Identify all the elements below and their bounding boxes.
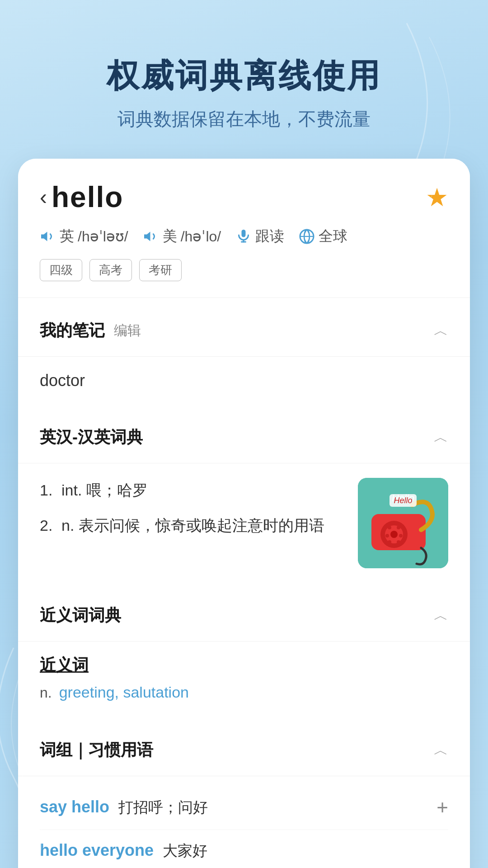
- notes-title-row: 我的笔记 编辑: [40, 320, 141, 342]
- synonym-collapse-icon[interactable]: ︿: [434, 606, 448, 626]
- synonym-title: 近义词词典: [40, 604, 121, 627]
- definition-section-header[interactable]: 英汉-汉英词典 ︿: [18, 412, 470, 463]
- synonym-pos: n.: [40, 684, 52, 701]
- tag-gaokao: 高考: [89, 259, 132, 281]
- notes-section: 我的笔记 编辑 ︿ doctor: [18, 305, 470, 405]
- definition-section: 英汉-汉英词典 ︿ 1. int. 喂；哈罗 2. n. 表示问候，惊奇或唤起注…: [18, 412, 470, 583]
- def-text-2: n. 表示问候，惊奇或唤起注意时的用语: [61, 513, 324, 538]
- definition-body: 1. int. 喂；哈罗 2. n. 表示问候，惊奇或唤起注意时的用语: [18, 463, 470, 583]
- definition-item-2: 2. n. 表示问候，惊奇或唤起注意时的用语: [40, 513, 347, 538]
- phrase-word-2: hello everyone: [40, 841, 154, 860]
- svg-point-15: [388, 540, 391, 544]
- phrase-left-2: hello everyone 大家好: [40, 841, 207, 861]
- phrase-left-1: say hello 打招呼；问好: [40, 797, 208, 818]
- tag-cet4: 四级: [40, 259, 82, 281]
- notes-edit-button[interactable]: 编辑: [114, 321, 141, 340]
- phrase-word-1: say hello: [40, 797, 109, 816]
- phrase-meaning-1: 打招呼；问好: [118, 797, 208, 818]
- tag-kaoyan: 考研: [139, 259, 182, 281]
- globe-icon: [299, 228, 315, 245]
- pronunciation-row: 英 /həˈləʊ/ 美 /həˈlo/ 跟: [40, 226, 448, 246]
- global-label: 全球: [319, 226, 347, 246]
- favorite-star[interactable]: ★: [426, 183, 448, 212]
- hello-illustration: Hello Hello: [358, 478, 448, 568]
- notes-title: 我的笔记: [40, 320, 105, 342]
- follow-read-button[interactable]: 跟读: [235, 226, 284, 246]
- global-button[interactable]: 全球: [299, 226, 347, 246]
- speaker-uk-icon: [40, 228, 56, 245]
- synonym-row: n. greeting, salutation: [40, 684, 448, 701]
- svg-point-10: [390, 531, 398, 538]
- notes-collapse-icon[interactable]: ︿: [434, 321, 448, 341]
- phrase-body: say hello 打招呼；问好 + hello everyone 大家好: [18, 776, 470, 868]
- phrase-section-header[interactable]: 词组｜习惯用语 ︿: [18, 725, 470, 776]
- phrase-add-1[interactable]: +: [436, 796, 448, 819]
- synonym-group-title: 近义词: [40, 654, 448, 676]
- notes-section-header[interactable]: 我的笔记 编辑 ︿: [18, 305, 470, 357]
- def-num-1: 1.: [40, 478, 61, 502]
- svg-rect-0: [242, 230, 246, 237]
- phrase-section: 词组｜习惯用语 ︿ say hello 打招呼；问好 + hello every…: [18, 725, 470, 868]
- phrase-meaning-2: 大家好: [163, 841, 207, 861]
- phrase-item-1: say hello 打招呼；问好 +: [40, 785, 448, 830]
- hero-subtitle: 词典数据保留在本地，不费流量: [27, 107, 461, 132]
- synonym-section-header[interactable]: 近义词词典 ︿: [18, 590, 470, 642]
- speaker-us-icon: [143, 228, 159, 245]
- dictionary-card: ‹ hello ★ 英 /həˈləʊ/ 美: [18, 159, 470, 868]
- def-text-1: int. 喂；哈罗: [61, 478, 148, 502]
- phrase-collapse-icon[interactable]: ︿: [434, 741, 448, 760]
- us-label: 美: [163, 226, 177, 246]
- us-ipa: /həˈlo/: [181, 228, 221, 245]
- svg-point-12: [397, 526, 400, 529]
- uk-label: 英: [60, 226, 74, 246]
- back-button[interactable]: ‹: [40, 186, 47, 208]
- headword: hello: [52, 180, 123, 214]
- definitions-list: 1. int. 喂；哈罗 2. n. 表示问候，惊奇或唤起注意时的用语: [40, 478, 347, 568]
- synonym-body: 近义词 n. greeting, salutation: [18, 642, 470, 717]
- synonym-words: greeting, salutation: [59, 684, 189, 701]
- svg-point-16: [397, 540, 400, 544]
- follow-read-label: 跟读: [255, 226, 284, 246]
- svg-text:Hello: Hello: [394, 496, 412, 505]
- def-num-2: 2.: [40, 513, 61, 538]
- phrase-item-2: hello everyone 大家好: [40, 830, 448, 868]
- definition-title: 英汉-汉英词典: [40, 426, 143, 448]
- word-header: ‹ hello ★ 英 /həˈləʊ/ 美: [18, 159, 470, 298]
- american-pron[interactable]: 美 /həˈlo/: [143, 226, 221, 246]
- notes-content: doctor: [18, 357, 470, 405]
- uk-ipa: /həˈləʊ/: [78, 228, 128, 245]
- british-pron[interactable]: 英 /həˈləʊ/: [40, 226, 128, 246]
- exam-tags: 四级 高考 考研: [40, 259, 448, 281]
- svg-point-11: [388, 526, 391, 529]
- hero-section: 权威词典离线使用 词典数据保留在本地，不费流量: [0, 0, 488, 159]
- phone-svg: Hello Hello: [358, 478, 448, 568]
- svg-point-13: [385, 534, 389, 538]
- hero-title: 权威词典离线使用: [27, 54, 461, 98]
- word-left: ‹ hello: [40, 180, 123, 214]
- note-text: doctor: [40, 371, 448, 390]
- phrase-title: 词组｜习惯用语: [40, 739, 153, 761]
- svg-point-14: [399, 534, 403, 538]
- mic-icon: [235, 228, 252, 245]
- definition-collapse-icon[interactable]: ︿: [434, 428, 448, 448]
- synonym-section: 近义词词典 ︿ 近义词 n. greeting, salutation: [18, 590, 470, 717]
- definition-item-1: 1. int. 喂；哈罗: [40, 478, 347, 502]
